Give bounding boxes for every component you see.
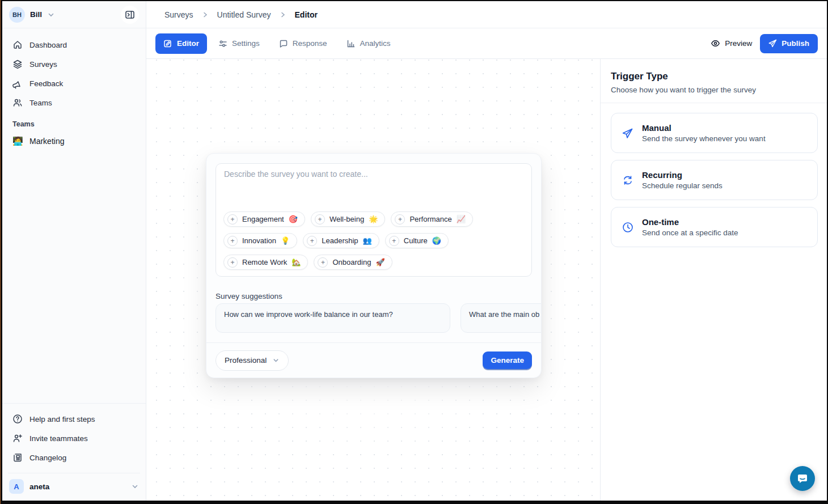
trigger-option-one-time[interactable]: One-time Send once at a specific date xyxy=(611,207,818,247)
chat-launcher-button[interactable] xyxy=(790,466,815,491)
topic-chips: + Engagement 🎯 + Well-being 🌟 + xyxy=(223,211,524,270)
sidebar-collapse-button[interactable] xyxy=(121,6,139,24)
account-avatar: A xyxy=(9,479,24,494)
sidebar-item-label: Surveys xyxy=(29,60,57,69)
workspace-switcher[interactable]: BH Bill xyxy=(2,1,146,28)
pencil-square-icon xyxy=(163,39,172,48)
sidebar-footer: Help and first steps Invite teammates Ch… xyxy=(2,403,146,469)
publish-label: Publish xyxy=(781,39,809,48)
panel-subtitle: Choose how you want to trigger the surve… xyxy=(611,86,817,94)
panel-title: Trigger Type xyxy=(611,71,817,82)
topic-chip-onboarding[interactable]: + Onboarding 🚀 xyxy=(314,255,392,270)
suggestion-item[interactable]: How can we improve work-life balance in … xyxy=(216,303,450,333)
trigger-option-manual[interactable]: Manual Send the survey whenever you want xyxy=(611,113,818,153)
suggestions-heading: Survey suggestions xyxy=(216,292,282,300)
sidebar-item-label: Invite teammates xyxy=(29,434,88,443)
topic-chip-remote-work[interactable]: + Remote Work 🏡 xyxy=(223,255,308,270)
tone-selected-value: Professional xyxy=(225,356,267,365)
publish-button[interactable]: Publish xyxy=(760,34,818,53)
tab-settings[interactable]: Settings xyxy=(210,33,268,54)
topic-chip-leadership[interactable]: + Leadership 👥 xyxy=(303,233,379,248)
preview-label: Preview xyxy=(725,39,752,48)
sidebar-item-help[interactable]: Help and first steps xyxy=(8,409,140,429)
topic-chip-performance[interactable]: + Performance 📈 xyxy=(391,211,473,227)
editor-toolbar: Editor Settings Response xyxy=(146,28,827,58)
sidebar: BH Bill Dashboard Surv xyxy=(2,1,146,501)
sidebar-item-invite[interactable]: Invite teammates xyxy=(8,429,140,448)
chip-emoji: 🚀 xyxy=(375,258,385,266)
trigger-option-text: Manual Send the survey whenever you want xyxy=(642,123,766,143)
generator-footer: Professional Generate xyxy=(206,342,541,378)
chip-label: Performance xyxy=(409,215,451,223)
send-icon xyxy=(622,128,634,139)
sidebar-item-team-marketing[interactable]: 🧑‍💻 Marketing xyxy=(8,132,140,151)
suggestion-item[interactable]: What are the main ob xyxy=(461,303,542,333)
workspace-avatar: BH xyxy=(9,7,25,23)
clock-icon xyxy=(622,222,634,233)
sidebar-item-feedback[interactable]: Feedback xyxy=(8,74,140,93)
plus-icon: + xyxy=(227,257,238,268)
trigger-option-text: Recurring Schedule regular sends xyxy=(642,170,723,190)
help-circle-icon xyxy=(12,414,23,424)
tab-editor[interactable]: Editor xyxy=(155,33,207,54)
generate-button[interactable]: Generate xyxy=(483,351,532,369)
sidebar-item-surveys[interactable]: Surveys xyxy=(8,54,140,74)
trigger-option-title: Recurring xyxy=(642,170,723,180)
editor-canvas[interactable]: + Engagement 🎯 + Well-being 🌟 + xyxy=(146,59,600,501)
chip-emoji: 🌟 xyxy=(369,215,378,223)
chip-label: Onboarding xyxy=(332,258,371,266)
breadcrumb-editor: Editor xyxy=(295,10,318,19)
account-menu[interactable]: A aneta xyxy=(8,473,140,501)
trigger-panel-header: Trigger Type Choose how you want to trig… xyxy=(601,59,827,103)
tab-label: Settings xyxy=(232,39,260,48)
trigger-option-description: Send the survey whenever you want xyxy=(642,134,766,143)
editor-tabs: Editor Settings Response xyxy=(155,33,399,54)
plus-icon: + xyxy=(227,236,238,246)
trigger-type-panel: Trigger Type Choose how you want to trig… xyxy=(600,59,827,501)
chip-emoji: 🌍 xyxy=(432,236,441,245)
sidebar-item-dashboard[interactable]: Dashboard xyxy=(8,35,140,54)
toolbar-actions: Preview Publish xyxy=(711,34,818,53)
topic-chip-innovation[interactable]: + Innovation 💡 xyxy=(223,233,297,248)
message-square-icon xyxy=(279,39,288,48)
tone-select[interactable]: Professional xyxy=(216,350,289,371)
chip-emoji: 👥 xyxy=(363,236,372,245)
trigger-option-description: Send once at a specific date xyxy=(642,228,738,237)
preview-button[interactable]: Preview xyxy=(711,39,752,48)
workspace: + Engagement 🎯 + Well-being 🌟 + xyxy=(146,58,827,501)
trigger-option-recurring[interactable]: Recurring Schedule regular sends xyxy=(611,160,818,200)
tab-response[interactable]: Response xyxy=(271,33,335,54)
breadcrumb-survey-name[interactable]: Untitled Survey xyxy=(217,10,271,19)
suggestions-row: How can we improve work-life balance in … xyxy=(216,303,542,333)
tab-label: Analytics xyxy=(360,39,391,48)
chip-label: Culture xyxy=(404,236,428,245)
chevron-down-icon xyxy=(47,11,55,19)
chevron-right-icon xyxy=(279,11,287,19)
topic-chip-engagement[interactable]: + Engagement 🎯 xyxy=(223,211,305,227)
app-window: BH Bill Dashboard Surv xyxy=(2,1,827,501)
topic-chip-well-being[interactable]: + Well-being 🌟 xyxy=(311,211,385,227)
chip-emoji: 🏡 xyxy=(292,258,301,266)
trigger-option-title: Manual xyxy=(642,123,766,133)
users-icon xyxy=(12,98,23,108)
breadcrumb: Surveys Untitled Survey Editor xyxy=(146,1,827,28)
plus-icon: + xyxy=(318,257,328,268)
sidebar-item-label: Teams xyxy=(29,99,52,107)
tab-label: Response xyxy=(293,39,327,48)
sliders-icon xyxy=(218,39,227,48)
sidebar-item-changelog[interactable]: Changelog xyxy=(8,448,140,467)
survey-generator-card: + Engagement 🎯 + Well-being 🌟 + xyxy=(206,153,542,378)
eye-icon xyxy=(711,39,720,48)
plus-icon: + xyxy=(389,236,399,246)
survey-description-input[interactable] xyxy=(224,170,523,204)
sidebar-item-label: Changelog xyxy=(29,454,66,462)
chip-label: Remote Work xyxy=(242,258,287,266)
tab-analytics[interactable]: Analytics xyxy=(339,33,399,54)
prompt-box: + Engagement 🎯 + Well-being 🌟 + xyxy=(216,163,532,277)
breadcrumb-surveys[interactable]: Surveys xyxy=(164,10,193,19)
topic-chip-culture[interactable]: + Culture 🌍 xyxy=(385,233,449,248)
chat-bubble-icon xyxy=(796,472,809,485)
sidebar-item-teams[interactable]: Teams xyxy=(8,93,140,112)
chevron-right-icon xyxy=(201,11,209,19)
chevron-down-icon xyxy=(131,482,139,490)
